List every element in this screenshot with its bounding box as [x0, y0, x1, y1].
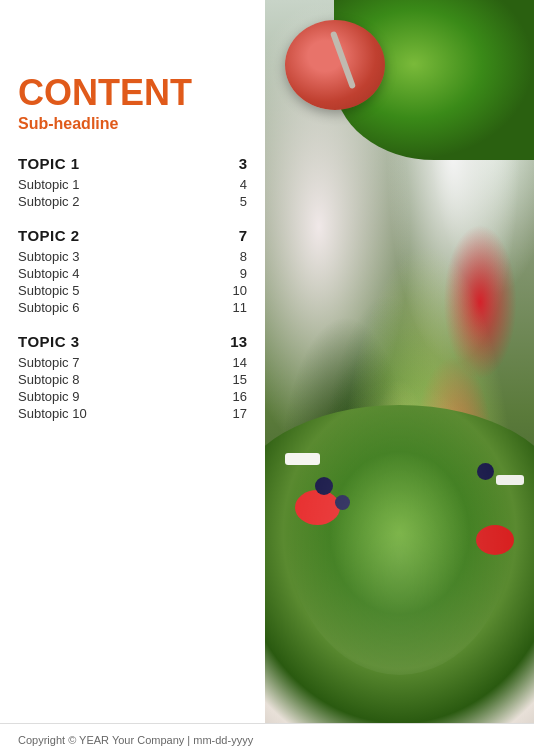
topic-title-1: TOPIC 1	[18, 155, 80, 172]
topic-page-2: 7	[239, 227, 247, 244]
subtopic-page-2-3: 10	[233, 283, 247, 298]
subtopic-page-2-4: 11	[233, 300, 247, 315]
subtopic-row-3-2: Subtopic 815	[18, 372, 247, 387]
subtopic-row-1-1: Subtopic 14	[18, 177, 247, 192]
subtopic-name-2-1: Subtopic 3	[18, 249, 79, 264]
main-title: CONTENT	[18, 73, 247, 113]
salad-image	[265, 0, 534, 755]
bowl-highlight	[285, 375, 514, 675]
footer-text: Copyright © YEAR Your Company | mm-dd-yy…	[18, 734, 253, 746]
subtopic-name-2-4: Subtopic 6	[18, 300, 79, 315]
sauce-bowl	[285, 20, 385, 110]
sub-headline: Sub-headline	[18, 115, 247, 133]
topic-section-3: TOPIC 313Subtopic 714Subtopic 815Subtopi…	[18, 333, 247, 421]
subtopic-row-1-2: Subtopic 25	[18, 194, 247, 209]
subtopic-page-3-1: 14	[233, 355, 247, 370]
topic-section-2: TOPIC 27Subtopic 38Subtopic 49Subtopic 5…	[18, 227, 247, 315]
topic-section-1: TOPIC 13Subtopic 14Subtopic 25	[18, 155, 247, 209]
topic-page-3: 13	[230, 333, 247, 350]
topic-title-3: TOPIC 3	[18, 333, 80, 350]
spoon	[330, 31, 356, 89]
topics-container: TOPIC 13Subtopic 14Subtopic 25TOPIC 27Su…	[18, 155, 247, 421]
subtopic-row-2-3: Subtopic 510	[18, 283, 247, 298]
subtopic-name-3-4: Subtopic 10	[18, 406, 87, 421]
subtopic-name-3-2: Subtopic 8	[18, 372, 79, 387]
subtopic-name-1-2: Subtopic 2	[18, 194, 79, 209]
subtopic-row-3-3: Subtopic 916	[18, 389, 247, 404]
subtopic-name-3-1: Subtopic 7	[18, 355, 79, 370]
topic-header-3: TOPIC 313	[18, 333, 247, 350]
subtopic-page-2-2: 9	[240, 266, 247, 281]
subtopic-row-2-4: Subtopic 611	[18, 300, 247, 315]
topic-title-2: TOPIC 2	[18, 227, 80, 244]
right-image-panel	[265, 0, 534, 755]
subtopic-row-2-2: Subtopic 49	[18, 266, 247, 281]
subtopic-page-3-2: 15	[233, 372, 247, 387]
subtopic-page-1-1: 4	[240, 177, 247, 192]
left-panel: CONTENT Sub-headline TOPIC 13Subtopic 14…	[0, 0, 265, 755]
subtopic-name-2-2: Subtopic 4	[18, 266, 79, 281]
subtopic-name-3-3: Subtopic 9	[18, 389, 79, 404]
page: 1 LOGO CONTENT Sub-headline TOPIC 13Subt…	[0, 0, 534, 755]
subtopic-page-1-2: 5	[240, 194, 247, 209]
subtopic-page-3-3: 16	[233, 389, 247, 404]
topic-header-2: TOPIC 27	[18, 227, 247, 244]
subtopic-page-3-4: 17	[233, 406, 247, 421]
footer: Copyright © YEAR Your Company | mm-dd-yy…	[0, 723, 534, 755]
subtopic-row-3-4: Subtopic 1017	[18, 406, 247, 421]
subtopic-row-3-1: Subtopic 714	[18, 355, 247, 370]
subtopic-name-2-3: Subtopic 5	[18, 283, 79, 298]
subtopic-page-2-1: 8	[240, 249, 247, 264]
topic-header-1: TOPIC 13	[18, 155, 247, 172]
subtopic-row-2-1: Subtopic 38	[18, 249, 247, 264]
subtopic-name-1-1: Subtopic 1	[18, 177, 79, 192]
topic-page-1: 3	[239, 155, 247, 172]
